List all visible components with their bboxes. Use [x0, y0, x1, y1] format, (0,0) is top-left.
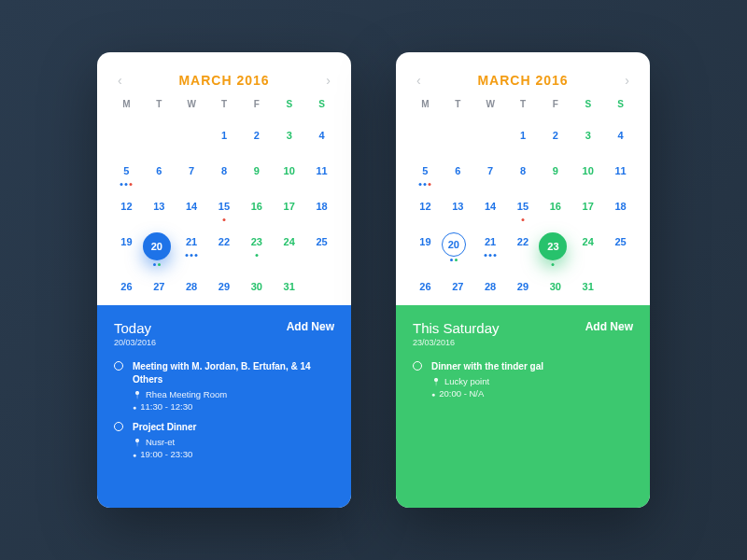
day-cell[interactable]: 8 — [208, 161, 241, 180]
day-cell[interactable]: 31 — [273, 277, 305, 296]
day-cell[interactable]: 1 — [507, 126, 540, 145]
day-cell[interactable]: 11 — [305, 161, 338, 180]
next-month-button[interactable]: › — [326, 73, 331, 88]
event-title: Project Dinner — [133, 421, 196, 434]
day-cell[interactable]: 31 — [571, 277, 604, 296]
day-cell[interactable]: 13 — [442, 197, 474, 216]
day-cell[interactable]: 20 — [442, 232, 466, 257]
calendar-card: ‹MARCH 2016›MTWTFSS123456789101112131415… — [396, 52, 650, 508]
event-time: 20:00 - N/A — [431, 387, 543, 399]
day-cell[interactable]: 14 — [176, 197, 208, 216]
event-panel: This Saturday23/03/2016Add NewDinner wit… — [396, 305, 650, 508]
month-title: MARCH 2016 — [178, 73, 269, 88]
day-cell[interactable]: 9 — [539, 161, 571, 180]
clock-icon — [133, 400, 136, 413]
day-cell[interactable]: 15 — [208, 197, 241, 216]
day-cell[interactable]: 21 — [176, 232, 208, 251]
location-icon — [133, 436, 142, 448]
day-of-week: S — [305, 99, 338, 109]
day-cell[interactable]: 7 — [176, 161, 208, 180]
prev-month-button[interactable]: ‹ — [118, 73, 122, 88]
day-cell[interactable]: 6 — [143, 161, 176, 180]
day-cell[interactable]: 18 — [305, 197, 338, 216]
event-time: 11:30 - 12:30 — [133, 400, 334, 413]
day-cell[interactable]: 5 — [110, 161, 143, 180]
event-item[interactable]: Project DinnerNusr-et19:00 - 23:30 — [114, 421, 334, 461]
day-cell[interactable]: 13 — [143, 197, 176, 216]
day-of-week: T — [507, 99, 540, 109]
selected-day-label: Today — [114, 320, 156, 336]
day-cell[interactable]: 26 — [409, 277, 442, 296]
day-cell[interactable]: 25 — [604, 232, 637, 251]
day-cell[interactable]: 11 — [604, 161, 637, 180]
month-title: MARCH 2016 — [477, 73, 568, 88]
location-icon — [133, 388, 142, 400]
event-time: 19:00 - 23:30 — [133, 448, 196, 460]
event-item[interactable]: Meeting with M. Jordan, B. Ertufan, & 14… — [114, 360, 334, 413]
day-cell[interactable]: 7 — [474, 161, 507, 180]
day-cell[interactable]: 18 — [604, 197, 637, 216]
day-cell[interactable]: 6 — [442, 161, 474, 180]
day-cell[interactable]: 17 — [273, 197, 305, 216]
event-title: Meeting with M. Jordan, B. Ertufan, & 14… — [133, 360, 334, 386]
day-cell[interactable]: 10 — [273, 161, 305, 180]
day-cell[interactable]: 16 — [539, 197, 571, 216]
day-cell[interactable]: 16 — [240, 197, 273, 216]
day-cell[interactable]: 30 — [240, 277, 273, 296]
day-cell[interactable]: 21 — [474, 232, 507, 251]
day-cell[interactable]: 2 — [240, 126, 273, 145]
day-of-week: S — [571, 99, 604, 109]
next-month-button[interactable]: › — [625, 73, 629, 88]
day-cell[interactable]: 27 — [442, 277, 474, 296]
day-cell[interactable]: 29 — [208, 277, 241, 296]
day-of-week: F — [240, 99, 273, 109]
timeline-dot-icon — [114, 422, 123, 431]
prev-month-button[interactable]: ‹ — [416, 73, 421, 88]
add-new-button[interactable]: Add New — [287, 320, 334, 333]
day-cell[interactable]: 22 — [507, 232, 540, 251]
day-cell[interactable]: 9 — [240, 161, 273, 180]
day-cell[interactable]: 24 — [571, 232, 604, 251]
day-cell[interactable]: 30 — [539, 277, 571, 296]
day-cell[interactable]: 28 — [474, 277, 507, 296]
month-bar: ‹MARCH 2016› — [97, 52, 351, 97]
calendar-grid: MTWTFSS123456789101112131415161718192021… — [396, 97, 650, 305]
day-cell[interactable]: 25 — [305, 232, 338, 251]
day-cell[interactable]: 14 — [474, 197, 507, 216]
day-cell[interactable]: 12 — [110, 197, 143, 216]
day-cell[interactable]: 23 — [539, 232, 567, 260]
add-new-button[interactable]: Add New — [585, 320, 633, 333]
event-location: Rhea Meeting Room — [133, 388, 334, 400]
day-cell[interactable]: 29 — [507, 277, 540, 296]
day-cell[interactable]: 3 — [273, 126, 305, 145]
day-cell[interactable]: 27 — [143, 277, 176, 296]
day-cell[interactable]: 19 — [409, 232, 442, 251]
day-of-week: W — [474, 99, 507, 109]
day-cell[interactable]: 28 — [176, 277, 208, 296]
day-cell[interactable]: 17 — [571, 197, 604, 216]
day-cell[interactable]: 19 — [110, 232, 143, 251]
event-panel: Today20/03/2016Add NewMeeting with M. Jo… — [97, 305, 351, 508]
day-of-week: W — [176, 99, 208, 109]
day-of-week: F — [539, 99, 571, 109]
day-cell[interactable]: 23 — [240, 232, 273, 251]
day-cell[interactable]: 3 — [571, 126, 604, 145]
timeline-dot-icon — [413, 361, 422, 371]
day-cell[interactable]: 24 — [273, 232, 305, 251]
calendar-grid: MTWTFSS123456789101112131415161718192021… — [97, 97, 351, 305]
day-cell[interactable]: 4 — [305, 126, 338, 145]
day-cell[interactable]: 5 — [409, 161, 442, 180]
day-cell[interactable]: 26 — [110, 277, 143, 296]
event-item[interactable]: Dinner with the tinder galLucky point20:… — [413, 360, 633, 400]
day-cell[interactable]: 2 — [539, 126, 571, 145]
clock-icon — [431, 387, 435, 399]
day-cell[interactable]: 12 — [409, 197, 442, 216]
clock-icon — [133, 448, 136, 460]
day-cell[interactable]: 22 — [208, 232, 241, 251]
day-cell[interactable]: 15 — [507, 197, 540, 216]
day-cell[interactable]: 8 — [507, 161, 540, 180]
day-cell[interactable]: 1 — [208, 126, 241, 145]
day-cell[interactable]: 10 — [571, 161, 604, 180]
day-cell[interactable]: 4 — [604, 126, 637, 145]
day-cell[interactable]: 20 — [143, 232, 171, 260]
